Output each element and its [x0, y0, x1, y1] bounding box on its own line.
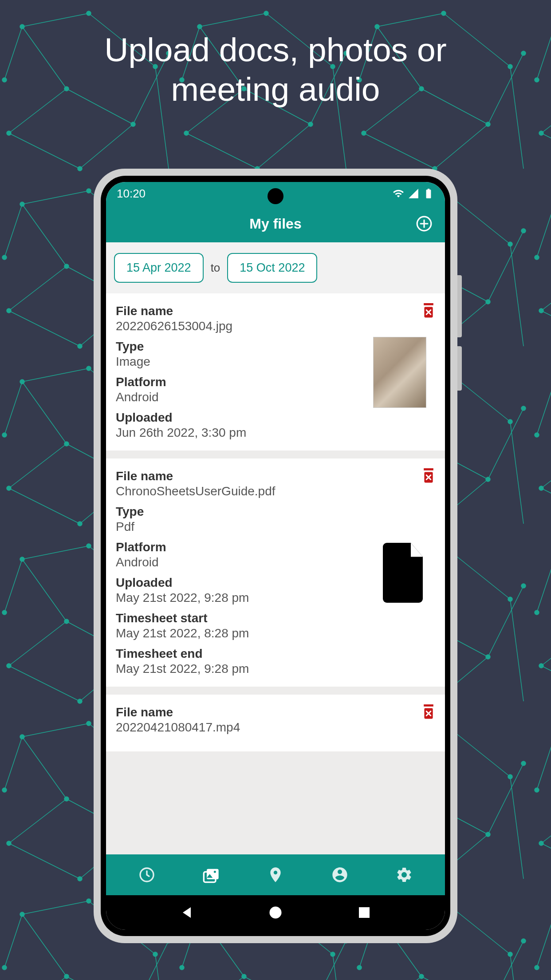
document-icon[interactable]	[378, 543, 427, 603]
trash-icon	[422, 704, 435, 720]
person-icon	[331, 866, 349, 884]
svg-rect-36	[359, 907, 370, 918]
field-value-filename: 20220626153004.jpg	[116, 319, 435, 333]
bottom-nav	[106, 854, 445, 895]
delete-button[interactable]	[422, 303, 435, 319]
phone-side-button	[457, 275, 462, 337]
field-label-filename: File name	[116, 705, 435, 719]
square-icon	[356, 905, 372, 921]
sys-home[interactable]	[268, 905, 283, 921]
date-separator: to	[211, 261, 220, 275]
back-triangle-icon	[179, 905, 195, 921]
svg-rect-25	[424, 468, 433, 470]
field-label-timesheet-start: Timesheet start	[116, 611, 435, 625]
nav-profile[interactable]	[330, 865, 350, 885]
field-value-timesheet-end: May 21st 2022, 9:28 pm	[116, 662, 435, 676]
camera-notch	[268, 188, 283, 204]
system-nav	[106, 895, 445, 930]
status-time: 10:20	[117, 187, 146, 201]
trash-icon	[422, 303, 435, 319]
file-list[interactable]: File name 20220626153004.jpg Type Image …	[106, 293, 445, 854]
photos-icon	[202, 866, 220, 884]
status-icons	[393, 188, 434, 199]
field-value-timesheet-start: May 21st 2022, 8:28 pm	[116, 626, 435, 640]
page-title: My files	[249, 216, 301, 232]
svg-rect-28	[424, 704, 433, 707]
image-thumbnail[interactable]	[373, 337, 426, 408]
nav-settings[interactable]	[394, 865, 414, 885]
date-to-button[interactable]: 15 Oct 2022	[227, 253, 317, 283]
phone-frame: 10:20 My files 15 Apr 2022 to 15 Oct 202…	[94, 169, 457, 943]
sys-recent[interactable]	[356, 905, 372, 921]
signal-icon	[408, 188, 419, 199]
gear-icon	[395, 866, 413, 884]
delete-button[interactable]	[422, 704, 435, 720]
date-filter: 15 Apr 2022 to 15 Oct 2022	[106, 242, 445, 293]
file-card[interactable]: File name 20220421080417.mp4	[106, 695, 445, 751]
plus-circle-icon	[416, 215, 433, 232]
pin-icon	[267, 866, 284, 884]
phone-side-button	[457, 346, 462, 391]
field-label-filename: File name	[116, 304, 435, 318]
file-card[interactable]: File name 20220626153004.jpg Type Image …	[106, 293, 445, 450]
date-from-button[interactable]: 15 Apr 2022	[114, 253, 204, 283]
field-value-uploaded: Jun 26th 2022, 3:30 pm	[116, 426, 435, 440]
nav-location[interactable]	[265, 865, 286, 885]
file-card[interactable]: File name ChronoSheetsUserGuide.pdf Type…	[106, 458, 445, 687]
promo-headline: Upload docs, photos or meeting audio	[0, 30, 551, 109]
nav-time[interactable]	[137, 865, 157, 885]
svg-point-34	[214, 871, 216, 873]
battery-icon	[423, 188, 434, 199]
field-value-type: Pdf	[116, 520, 435, 534]
field-label-filename: File name	[116, 469, 435, 483]
app-header: My files	[106, 205, 445, 242]
clock-icon	[138, 866, 156, 884]
field-label-type: Type	[116, 505, 435, 519]
svg-point-35	[270, 907, 282, 919]
nav-files[interactable]	[201, 865, 221, 885]
wifi-icon	[393, 188, 404, 199]
sys-back[interactable]	[179, 905, 195, 921]
field-value-filename: ChronoSheetsUserGuide.pdf	[116, 484, 435, 498]
trash-icon	[422, 468, 435, 484]
delete-button[interactable]	[422, 468, 435, 484]
field-label-timesheet-end: Timesheet end	[116, 647, 435, 661]
add-button[interactable]	[416, 215, 433, 232]
field-label-uploaded: Uploaded	[116, 411, 435, 425]
circle-icon	[268, 905, 283, 921]
field-value-filename: 20220421080417.mp4	[116, 720, 435, 735]
svg-rect-22	[424, 303, 433, 305]
